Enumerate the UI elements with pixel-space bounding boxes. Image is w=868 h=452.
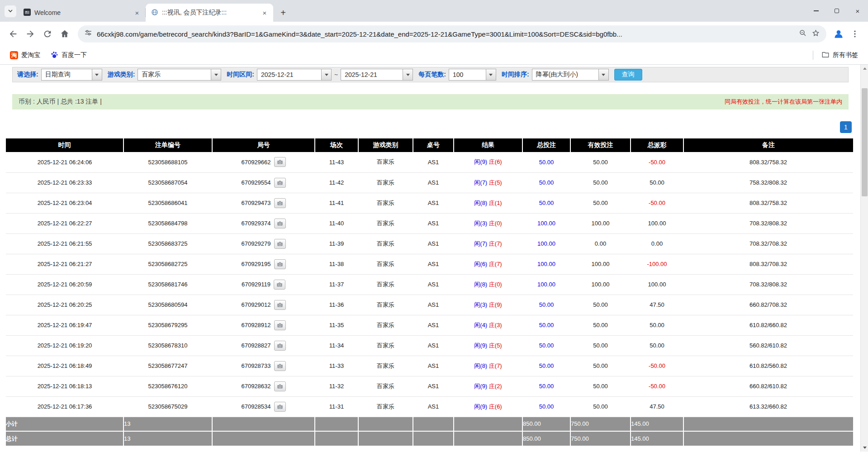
query-type-select[interactable]: 日期查询: [41, 69, 102, 81]
video-replay-button[interactable]: [274, 219, 286, 228]
bet-amount-link[interactable]: 50.00: [539, 301, 554, 308]
cell-remark: 560.82/610.82: [683, 335, 853, 356]
bet-amount-link[interactable]: 50.00: [539, 200, 554, 206]
video-replay-button[interactable]: [274, 320, 286, 330]
footer-cell-empty: [212, 431, 315, 446]
tab-betrecord[interactable]: :::视讯, 会员下注纪录::: ×: [146, 4, 273, 22]
round-id-text: 670928733: [241, 362, 270, 369]
bet-amount-link[interactable]: 50.00: [539, 403, 554, 410]
cell-table-no: AS1: [413, 376, 454, 396]
sort-select[interactable]: 降幂(由大到小): [532, 69, 609, 81]
video-replay-button[interactable]: [274, 381, 286, 391]
scroll-up-button[interactable]: [861, 65, 868, 72]
camera-icon: [277, 363, 283, 369]
footer-cell-empty: [315, 417, 358, 431]
date-end-select[interactable]: 2025-12-21: [341, 69, 413, 81]
video-replay-button[interactable]: [274, 361, 286, 371]
cell-total-bet: 50.00: [522, 152, 570, 172]
bet-amount-link[interactable]: 50.00: [539, 362, 554, 369]
round-id-text: 670928534: [241, 403, 270, 410]
bet-amount-link[interactable]: 50.00: [539, 179, 554, 186]
cell-round-id: 670928534: [212, 396, 315, 417]
chevron-down-icon: [92, 69, 102, 80]
zoom-button[interactable]: [799, 29, 807, 39]
bookmark-star-button[interactable]: [811, 29, 820, 39]
address-bar[interactable]: 66cxkj98.com/game/betrecord_search/kind3…: [78, 25, 826, 43]
result-player: 闲(6): [474, 261, 487, 267]
close-button[interactable]: ×: [847, 0, 868, 22]
cell-game-type: 百家乐: [358, 335, 413, 356]
menu-button[interactable]: [846, 25, 863, 43]
cell-game-type: 百家乐: [358, 274, 413, 295]
all-bookmarks-button[interactable]: 所有书签: [818, 49, 862, 62]
bet-amount-link[interactable]: 100.00: [537, 281, 555, 288]
video-replay-button[interactable]: [274, 300, 286, 310]
bet-amount-link[interactable]: 50.00: [539, 342, 554, 349]
bet-amount-link[interactable]: 50.00: [539, 383, 554, 390]
cell-session: 11-40: [315, 213, 358, 233]
video-replay-button[interactable]: [274, 341, 286, 351]
cell-bet-id: 523058675029: [123, 396, 212, 417]
cell-valid-bet: 50.00: [570, 396, 631, 417]
new-tab-button[interactable]: +: [277, 6, 289, 19]
camera-icon: [277, 261, 283, 267]
scroll-down-button[interactable]: [861, 444, 868, 452]
camera-icon: [277, 241, 283, 247]
tab-close-button[interactable]: ×: [133, 9, 141, 17]
cell-game-type: 百家乐: [358, 315, 413, 335]
video-replay-button[interactable]: [274, 157, 286, 167]
page-size-select[interactable]: 100: [449, 69, 496, 81]
video-replay-button[interactable]: [274, 259, 286, 269]
date-end-value: 2025-12-21: [341, 69, 403, 80]
page-1-button[interactable]: 1: [840, 121, 852, 133]
home-button[interactable]: [56, 25, 73, 43]
table-row: 2025-12-21 06:19:47523058679295670928912…: [6, 315, 853, 335]
bookmark-item-taobao[interactable]: 淘 爱淘宝: [6, 49, 44, 61]
bet-amount-link[interactable]: 100.00: [537, 220, 555, 227]
cell-session: 11-41: [315, 193, 358, 213]
video-replay-button[interactable]: [274, 239, 286, 249]
table-row: 2025-12-21 06:18:49523058677247670928733…: [6, 356, 853, 376]
camera-icon: [277, 404, 283, 410]
profile-button[interactable]: [831, 26, 846, 42]
table-header-row: 时间 注单编号 局号 场次 游戏类别 桌号 结果 总投注 有效投注 总派彩 备注: [6, 138, 853, 152]
bet-amount-link[interactable]: 50.00: [539, 322, 554, 328]
payout-value: 50.00: [650, 342, 664, 349]
cell-total-bet: 50.00: [522, 315, 570, 335]
video-replay-button[interactable]: [274, 280, 285, 290]
cell-remark: 660.82/610.82: [683, 376, 853, 396]
cell-valid-bet: 50.00: [570, 152, 631, 172]
tab-welcome[interactable]: Welcome ×: [18, 4, 146, 22]
reload-button[interactable]: [39, 25, 56, 43]
restore-button[interactable]: [826, 0, 847, 22]
chevron-down-icon: [321, 69, 331, 80]
video-replay-button[interactable]: [274, 198, 286, 208]
site-info-button[interactable]: [84, 29, 92, 39]
minimize-button[interactable]: [806, 0, 826, 22]
vertical-scrollbar[interactable]: [860, 65, 868, 452]
round-id-text: 670929473: [241, 200, 270, 206]
game-type-select[interactable]: 百家乐: [138, 69, 221, 81]
bet-amount-link[interactable]: 100.00: [537, 240, 555, 247]
scrollbar-thumb[interactable]: [862, 88, 868, 196]
table-row: 2025-12-21 06:17:36523058675029670928534…: [6, 396, 853, 417]
footer-cell-empty: [212, 417, 315, 431]
back-button[interactable]: [5, 25, 22, 43]
video-replay-button[interactable]: [274, 402, 286, 412]
video-replay-button[interactable]: [274, 178, 286, 188]
bookmark-item-baidu[interactable]: 百度一下: [47, 49, 90, 62]
forward-button[interactable]: [22, 25, 39, 43]
cell-payout: -50.00: [631, 193, 683, 213]
tab-close-button[interactable]: ×: [261, 9, 269, 17]
bet-amount-link[interactable]: 50.00: [539, 159, 554, 166]
footer-cell-empty: [683, 431, 853, 446]
search-button[interactable]: 查询: [614, 69, 642, 81]
round-id-text: 670929554: [241, 179, 270, 186]
baidu-icon: [50, 51, 58, 60]
bet-amount-link[interactable]: 100.00: [537, 261, 555, 267]
url-text: 66cxkj98.com/game/betrecord_search/kind3…: [97, 30, 794, 38]
date-start-select[interactable]: 2025-12-21: [257, 69, 332, 81]
cell-time: 2025-12-21 06:18:49: [6, 356, 123, 376]
tab-search-button[interactable]: [5, 5, 16, 17]
camera-icon: [277, 343, 283, 349]
